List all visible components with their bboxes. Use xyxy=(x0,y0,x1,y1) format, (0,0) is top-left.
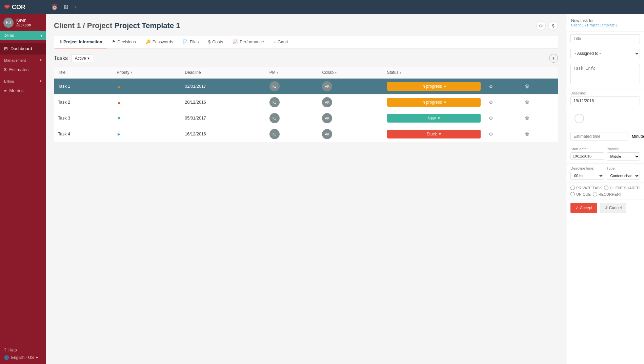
delete-icon[interactable]: 🗑 xyxy=(525,84,529,89)
task-delete-cell[interactable]: 🗑 xyxy=(521,126,558,142)
task-priority-cell: ▲ xyxy=(113,79,181,94)
priority-icon: ▲ xyxy=(117,84,121,89)
status-label: New xyxy=(428,116,436,121)
tasks-filter-dropdown[interactable]: Active ▾ xyxy=(71,54,93,62)
task-gear-cell[interactable]: ⚙ xyxy=(485,110,521,126)
task-gear-cell[interactable]: ⚙ xyxy=(485,126,521,142)
priority-select[interactable]: Middle xyxy=(607,152,640,160)
plus-icon[interactable]: + xyxy=(74,4,77,10)
tab-project-information[interactable]: ℹ Project Information xyxy=(55,36,107,48)
chevron-down-icon: ▾ xyxy=(444,100,446,105)
cancel-button[interactable]: ↺ Cancel xyxy=(600,203,626,213)
sidebar-item-label: Estimates xyxy=(9,67,28,72)
gear-icon[interactable]: ⚙ xyxy=(489,131,493,137)
sidebar-item-dashboard[interactable]: ⊞ Dashboard xyxy=(0,43,46,55)
project-main: Client 1 / Project Project Template 1 ⚙ … xyxy=(46,14,566,364)
task-title-cell: Task 4 xyxy=(54,126,113,142)
task-priority-cell: ▲ xyxy=(113,94,181,110)
gear-icon[interactable]: ⚙ xyxy=(489,100,493,105)
panel-taskinfo-field xyxy=(566,61,644,88)
delete-icon[interactable]: 🗑 xyxy=(525,131,529,137)
task-delete-cell[interactable]: 🗑 xyxy=(521,94,558,110)
logo[interactable]: ❤ COR xyxy=(0,0,46,14)
task-collab-cell: AK xyxy=(318,110,383,126)
settings-button[interactable]: ⚙ xyxy=(536,21,546,30)
priority-icon: ▼ xyxy=(117,115,121,121)
col-pm-label: PM xyxy=(269,70,276,75)
sidebar-item-language[interactable]: 🌐 English - US ▾ xyxy=(4,355,42,360)
client-shared-radio[interactable] xyxy=(604,186,608,190)
task-delete-cell[interactable]: 🗑 xyxy=(521,79,558,94)
sidebar-item-metrics[interactable]: ≡ Metrics xyxy=(0,85,46,97)
sidebar-item-estimates[interactable]: $ Estimates xyxy=(0,64,46,76)
delete-icon[interactable]: 🗑 xyxy=(525,100,529,105)
tab-performance[interactable]: 📈 Performance xyxy=(228,36,269,48)
project-actions: ⚙ $ xyxy=(536,21,558,30)
start-date-col: Start date: xyxy=(570,147,604,160)
task-delete-cell[interactable]: 🗑 xyxy=(521,110,558,126)
table-row[interactable]: Task 1 ▲ 02/01/2017 KJ AK In progress ▾ … xyxy=(54,79,558,94)
time-unit-select[interactable]: Minutes xyxy=(629,132,644,141)
dollar-button[interactable]: $ xyxy=(548,21,558,30)
chevron-down-icon: ▾ xyxy=(40,33,42,38)
task-collab-cell: AK xyxy=(318,94,383,110)
alarm-icon[interactable]: ⏰ xyxy=(51,4,58,10)
accept-label: Accept xyxy=(580,206,592,210)
col-priority-label: Priority xyxy=(117,70,129,75)
col-priority[interactable]: Priority ▾ xyxy=(113,67,181,79)
table-row[interactable]: Task 3 ▼ 05/01/2017 KJ AK New ▾ ⚙ 🗑 xyxy=(54,110,558,126)
col-deadline: Deadline xyxy=(181,67,265,79)
start-date-input[interactable] xyxy=(570,152,604,160)
deadline-time-label: Deadline time: xyxy=(570,166,604,170)
language-label: English - US xyxy=(11,355,34,360)
tab-costs[interactable]: $ Costs xyxy=(203,36,228,48)
status-badge[interactable]: In progress ▾ xyxy=(387,98,481,107)
radio-private-task: PRIVATE TASK xyxy=(570,186,602,190)
document-icon[interactable]: 🖹 xyxy=(63,4,69,10)
status-badge[interactable]: In progress ▾ xyxy=(387,82,481,91)
deadline-time-select[interactable]: 00 hs xyxy=(570,172,604,180)
project-title: Client 1 / Project Project Template 1 xyxy=(54,21,180,30)
task-info-input[interactable] xyxy=(570,64,640,84)
col-pm[interactable]: PM ▾ xyxy=(265,67,318,79)
table-row[interactable]: Task 4 ► 16/12/2016 KJ AK Stuck ▾ ⚙ 🗑 xyxy=(54,126,558,142)
type-select[interactable]: Content change xyxy=(607,172,640,180)
gear-icon[interactable]: ⚙ xyxy=(489,84,493,89)
deadline-input[interactable] xyxy=(570,97,640,105)
col-deadline-label: Deadline xyxy=(185,70,201,75)
tab-decisions[interactable]: ⚑ Decisions xyxy=(107,36,141,48)
status-badge[interactable]: New ▾ xyxy=(387,114,481,123)
sidebar-item-help[interactable]: ? Help xyxy=(4,348,42,352)
private-task-radio[interactable] xyxy=(570,186,575,190)
col-status[interactable]: Status ▾ xyxy=(383,67,485,79)
user-profile[interactable]: KJ Kevin Jackson xyxy=(0,14,46,31)
sort-icon: ▾ xyxy=(130,71,132,74)
recurrent-radio[interactable] xyxy=(593,192,597,196)
username: Kevin Jackson xyxy=(16,18,42,27)
tab-files[interactable]: 📄 Files xyxy=(178,36,203,48)
task-gear-cell[interactable]: ⚙ xyxy=(485,79,521,94)
sidebar-section-billing: Billing ▾ xyxy=(0,76,46,85)
chart-icon: ≡ xyxy=(4,88,7,93)
task-pm-cell: KJ xyxy=(265,110,318,126)
sidebar-bottom: ? Help 🌐 English - US ▾ xyxy=(0,344,46,364)
panel-breadcrumb: Client 1 › Project Template 1 xyxy=(571,23,639,27)
status-badge[interactable]: Stuck ▾ xyxy=(387,130,481,138)
tab-gantt[interactable]: ≡ Gantt xyxy=(269,36,293,48)
task-title-input[interactable] xyxy=(570,34,640,43)
task-gear-cell[interactable]: ⚙ xyxy=(485,94,521,110)
dollar-icon: $ xyxy=(4,67,6,72)
collab-avatar: AK xyxy=(322,81,332,91)
table-row[interactable]: Task 2 ▲ 20/12/2016 KJ AK In progress ▾ … xyxy=(54,94,558,110)
col-collab[interactable]: Collab ▾ xyxy=(318,67,383,79)
delete-icon[interactable]: 🗑 xyxy=(525,115,529,121)
estimated-time-input[interactable] xyxy=(570,132,627,141)
demo-selector[interactable]: Demo ▾ xyxy=(0,31,46,40)
accept-button[interactable]: ✓ Accept xyxy=(570,203,597,213)
gear-icon[interactable]: ⚙ xyxy=(489,115,493,121)
col-title-label: Title xyxy=(58,70,65,75)
unique-radio[interactable] xyxy=(570,192,575,196)
add-task-button[interactable]: + xyxy=(549,54,558,63)
tab-passwords[interactable]: 🔑 Passwords xyxy=(141,36,178,48)
assigned-to-select[interactable]: - Assigned to - xyxy=(570,49,640,58)
